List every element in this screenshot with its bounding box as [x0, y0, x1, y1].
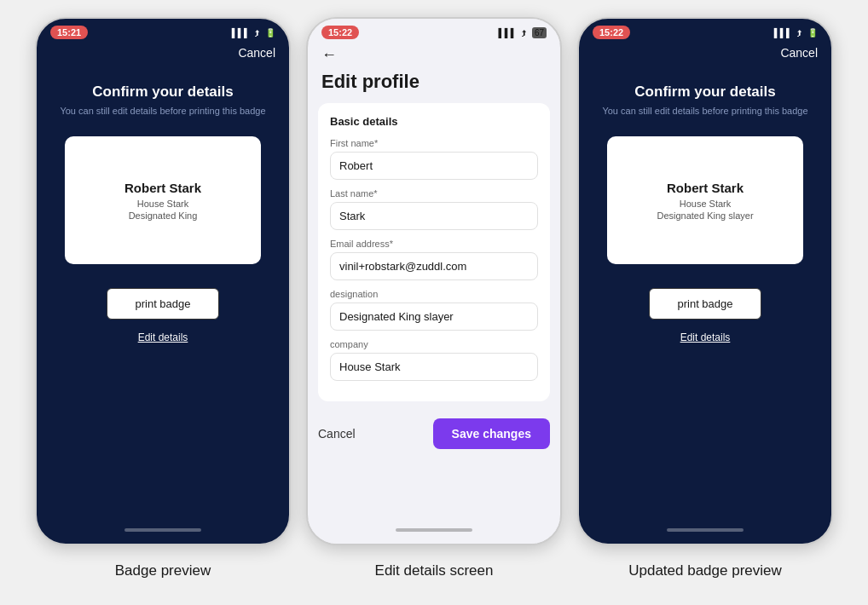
form-card: Basic details First name* Last name* Ema…: [318, 103, 550, 401]
form-section-title: Basic details: [330, 115, 538, 128]
badge-designation-3: Designated King slayer: [657, 210, 753, 221]
label-screen3: Updated badge preview: [577, 562, 833, 579]
wifi-icon-2: ⮭: [520, 28, 529, 37]
bottom-indicator-2: [396, 528, 472, 532]
dark-header-1: Cancel: [37, 43, 289, 66]
battery-icon-3: 🔋: [807, 28, 818, 37]
company-group: company: [330, 339, 538, 381]
time-3: 15:22: [593, 26, 630, 39]
bottom-bar-1: [37, 520, 289, 544]
first-name-label: First name*: [330, 138, 538, 148]
signal-icon-1: ▌▌▌: [232, 28, 250, 37]
cancel-button-3[interactable]: Cancel: [780, 46, 818, 60]
badge-card-1: Robert Stark House Stark Designated King: [65, 136, 261, 264]
badge-org-1: House Stark: [137, 199, 189, 209]
wifi-icon-3: ⮭: [796, 28, 804, 37]
phone-badge-preview: 15:21 ▌▌▌ ⮭ 🔋 Cancel Confirm your detail…: [35, 17, 291, 545]
company-label: company: [330, 339, 538, 349]
label-screen2: Edit details screen: [306, 562, 562, 579]
phone-updated-badge-preview: 15:22 ▌▌▌ ⮭ 🔋 Cancel Confirm your detail…: [577, 17, 833, 545]
confirm-subtitle-1: You can still edit details before printi…: [60, 106, 265, 116]
dark-body-3: Confirm your details You can still edit …: [579, 66, 831, 520]
print-badge-button-3[interactable]: print badge: [649, 288, 761, 320]
wifi-icon-1: ⮭: [253, 28, 262, 37]
battery-icon-1: 🔋: [265, 28, 275, 37]
bottom-bar-2: [308, 520, 560, 544]
badge-name-3: Robert Stark: [667, 181, 744, 195]
time-1: 15:21: [50, 26, 88, 39]
time-2: 15:22: [321, 26, 359, 39]
first-name-group: First name*: [330, 138, 538, 180]
status-bar-3: 15:22 ▌▌▌ ⮭ 🔋: [579, 19, 831, 43]
light-header-2: ←: [308, 43, 560, 71]
labels-row: Badge preview Edit details screen Update…: [17, 562, 851, 579]
status-icons-3: ▌▌▌ ⮭ 🔋: [774, 28, 818, 37]
confirm-title-3: Confirm your details: [634, 84, 775, 101]
confirm-subtitle-3: You can still edit details before printi…: [602, 106, 807, 116]
status-bar-1: 15:21 ▌▌▌ ⮭ 🔋: [37, 19, 289, 43]
last-name-label: Last name*: [330, 188, 538, 199]
badge-org-3: House Stark: [680, 199, 732, 209]
phone-edit-screen: 15:22 ▌▌▌ ⮭ 67 ← Edit profile Basic deta…: [306, 17, 562, 545]
back-arrow-button[interactable]: ←: [321, 46, 337, 64]
designation-input[interactable]: [330, 302, 538, 331]
designation-group: designation: [330, 289, 538, 331]
signal-icon-2: ▌▌▌: [499, 28, 517, 37]
battery-icon-2: 67: [532, 27, 547, 38]
company-input[interactable]: [330, 353, 538, 381]
print-badge-button-1[interactable]: print badge: [107, 288, 218, 320]
designation-label: designation: [330, 289, 538, 299]
label-screen1: Badge preview: [35, 562, 291, 579]
last-name-input[interactable]: [330, 202, 538, 230]
bottom-bar-3: [579, 520, 831, 544]
email-label: Email address*: [330, 239, 538, 249]
last-name-group: Last name*: [330, 188, 538, 230]
form-actions: Cancel Save changes: [308, 412, 560, 449]
bottom-indicator-3: [667, 528, 744, 532]
badge-card-3: Robert Stark House Stark Designated King…: [607, 136, 803, 264]
edit-details-link-1[interactable]: Edit details: [138, 331, 188, 343]
status-bar-2: 15:22 ▌▌▌ ⮭ 67: [308, 19, 560, 43]
bottom-indicator-1: [124, 528, 201, 532]
edit-details-link-3[interactable]: Edit details: [680, 331, 731, 343]
edit-profile-title: Edit profile: [308, 71, 560, 103]
email-group: Email address*: [330, 239, 538, 280]
badge-name-1: Robert Stark: [124, 181, 201, 195]
email-input[interactable]: [330, 252, 538, 280]
confirm-title-1: Confirm your details: [92, 84, 233, 101]
badge-designation-1: Designated King: [129, 210, 198, 221]
dark-header-3: Cancel: [579, 43, 831, 66]
save-changes-button[interactable]: Save changes: [433, 418, 550, 449]
status-icons-2: ▌▌▌ ⮭ 67: [499, 27, 547, 38]
status-icons-1: ▌▌▌ ⮭ 🔋: [232, 28, 275, 37]
dark-body-1: Confirm your details You can still edit …: [37, 66, 289, 520]
signal-icon-3: ▌▌▌: [774, 28, 792, 37]
cancel-button-1[interactable]: Cancel: [238, 46, 275, 60]
cancel-button-2[interactable]: Cancel: [318, 427, 356, 441]
first-name-input[interactable]: [330, 152, 538, 180]
